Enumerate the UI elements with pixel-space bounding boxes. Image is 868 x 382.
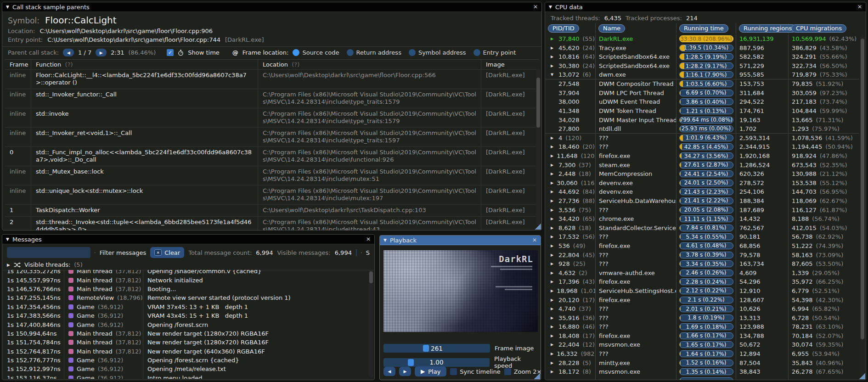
resize-grip[interactable] <box>533 372 540 379</box>
cpu-process-row[interactable]: ▶ 37,840 (55) DarkRL.exe 33:30.8 (208.96… <box>545 34 859 44</box>
callstack-frame-row[interactable]: inline std::_Invoker_ret<void,1>::_Call … <box>5 127 539 146</box>
cpu-process-row[interactable]: ▶ 2,448 (18) MemCompression 24.41 s (2.5… <box>545 169 859 179</box>
frame-location-radio[interactable]: Symbol address <box>409 49 466 56</box>
expand-icon[interactable]: ▶ <box>551 271 555 275</box>
cpu-process-row[interactable]: ▶ 18,172 (8) msvsmon.exe 1.35 s (0.14%) … <box>545 367 859 376</box>
message-row[interactable]: 1s 152,776,777ns Game (36,912) Opening /… <box>7 356 368 365</box>
cpu-process-row[interactable]: ▶ 11,648 (120) firefox.exe 34.27 s (3.56… <box>545 152 859 161</box>
expand-icon[interactable]: ▶ <box>551 280 555 284</box>
frame-location-radio[interactable]: Source code <box>293 49 339 56</box>
cpu-scrollbar-thumb[interactable] <box>861 39 864 339</box>
cpu-process-row[interactable]: ▶ 4,632 (2) vmware-authd.exe 2.46 s (0.2… <box>545 268 859 277</box>
slider-grab[interactable] <box>408 359 414 366</box>
frame-image-slider[interactable]: 261 <box>383 344 490 353</box>
message-row[interactable]: 1s 152,764,817ns Main thread (37,812) Ne… <box>7 347 368 356</box>
expand-icon[interactable]: ▶ <box>551 361 555 365</box>
collapse-icon[interactable]: ▼ <box>383 238 387 242</box>
column-frame[interactable]: Frame <box>5 60 31 69</box>
expand-icon[interactable]: ▶ <box>551 46 555 50</box>
callstack-frame-row[interactable]: inline std::unique_lock<std::mutex>::loc… <box>5 185 539 204</box>
message-row[interactable]: 1s 150,994,64ns Main thread (37,812) New… <box>7 329 368 338</box>
expand-icon[interactable]: ▶ <box>551 37 555 41</box>
cpu-process-row[interactable]: 41,348 DWM Token Thread 1.21 s (0.13%) 1… <box>545 107 859 116</box>
cpu-process-row[interactable]: ▶ 44,692 (84) devenv.exe 21.43 s (2.23%)… <box>545 187 859 197</box>
prev-frame-button[interactable]: ◀ <box>383 367 395 376</box>
cpu-scrollbar[interactable] <box>860 35 865 377</box>
column-header-pill[interactable]: Running time <box>679 24 728 33</box>
expand-icon[interactable]: ▶ <box>551 298 555 302</box>
expand-icon[interactable]: ▶ <box>551 136 555 140</box>
close-icon[interactable]: ✕ <box>533 4 538 10</box>
resize-grip[interactable] <box>858 372 865 379</box>
cpu-process-row[interactable]: 27,548 DWM Compositor Thread 1:03.5 (6.6… <box>545 79 859 89</box>
collapse-icon[interactable]: ▼ <box>6 5 9 9</box>
expand-icon[interactable]: ▶ <box>551 199 555 203</box>
message-filter-input[interactable] <box>7 247 90 258</box>
expand-icon[interactable]: ▶ <box>551 226 555 230</box>
callstack-scrollbar[interactable] <box>536 68 541 225</box>
next-callstack-button[interactable]: ▶ <box>96 49 107 56</box>
cpu-process-row[interactable]: ▶ 17,396 (43) firefox.exe 2.28 s (0.24%)… <box>545 277 859 286</box>
expand-icon[interactable]: ▶ <box>551 55 555 59</box>
expand-icon[interactable]: ▶ <box>551 307 555 311</box>
expand-icon[interactable]: ▶ <box>551 316 555 320</box>
cpu-process-row[interactable]: ▶ 16,332 (982) ??? 1.64 s (0.17%) 12,894… <box>545 349 859 359</box>
expand-icon[interactable]: ▶ <box>551 244 555 248</box>
cpu-process-row[interactable]: ▶ 30,380 (24) ScriptedSandbox64.exe 1:28… <box>545 62 859 71</box>
messages-scrollbar-thumb[interactable] <box>369 271 373 283</box>
callstack-scrollbar-thumb[interactable] <box>536 78 540 128</box>
cpu-process-row[interactable]: ▶ 536 (49) firefox.exe 4.61 s (0.48%) 68… <box>545 242 859 251</box>
playback-speed-slider[interactable]: 1.00 <box>383 358 490 367</box>
cpu-process-row[interactable]: ▶ 3,536 (75) ??? 20.05 s (2.08%) 187,689… <box>545 205 859 214</box>
column-header-pill[interactable]: Running regions <box>739 24 796 33</box>
cpu-process-row[interactable]: 27,800 ntdll.dll 25.93 ms (0.00%) 1,702 … <box>545 124 859 134</box>
cpu-process-row[interactable] <box>545 376 859 380</box>
cpu-process-row[interactable]: ▶ 34,420 (65) chrome.exe 11.11 s (1.15%)… <box>545 214 859 224</box>
resize-grip[interactable] <box>534 223 541 230</box>
message-row[interactable]: 1s 147,383,566ns Game (36,912) VRAM 43x4… <box>7 311 368 320</box>
message-row[interactable]: 1s 152,912,997ns Game (36,912) Opening /… <box>7 365 368 373</box>
message-row[interactable]: 1s 146,576,766ns Main thread (37,812) Bo… <box>7 285 368 293</box>
cpu-process-row[interactable]: ▶ 18,968 (1,018) ServiceHub.SettingsHost… <box>545 286 859 296</box>
cpu-process-row[interactable]: ▶ 27,736 (88) ServiceHub.DataWarehouse 2… <box>545 197 859 206</box>
column-header-pill[interactable]: CPU migrations <box>791 24 846 33</box>
expand-icon[interactable]: ▶ <box>551 352 553 356</box>
prev-callstack-button[interactable]: ◀ <box>63 49 74 56</box>
cpu-process-row[interactable]: ▶ 18,460 (20) ??? 42.85 s (4.45%) 2,344,… <box>545 142 859 152</box>
callstack-frame-row[interactable]: 0 std::_Func_impl_no_alloc<<lambda_5bc22… <box>5 146 539 166</box>
close-icon[interactable]: ✕ <box>857 4 862 10</box>
column-location[interactable]: Location (?) <box>258 60 481 69</box>
expand-icon[interactable]: ▶ <box>551 163 555 167</box>
callstack-frame-row[interactable]: inline std::_Mutex_base::lock C:\Program… <box>5 166 539 185</box>
expand-icon[interactable]: ▶ <box>551 145 555 149</box>
expand-icon[interactable]: ▶ <box>551 172 555 176</box>
cpu-process-row[interactable]: ▶ 17,532 (56) ??? 5.34 s (0.55%) 90,181 … <box>545 232 859 242</box>
expand-icon[interactable]: ▶ <box>551 262 555 266</box>
cpu-process-row[interactable]: ▼ 13,072 (6) dwm.exe 1:16.1 (7.90%) 955,… <box>545 70 859 79</box>
expand-icon[interactable]: ▶ <box>551 289 553 293</box>
expand-icon[interactable]: ▶ <box>551 190 555 194</box>
sync-timeline-checkbox[interactable] <box>450 368 457 375</box>
cpu-process-row[interactable]: ▶ 35,916 (36) ??? 1.8 s (0.19%) 13,313 6… <box>545 313 859 322</box>
cpu-process-row[interactable]: ▶ 16,880 (46) ??? 1.69 s (0.18%) 123,988… <box>545 322 859 331</box>
close-icon[interactable]: ✕ <box>366 236 371 242</box>
column-header-pill[interactable]: Name <box>598 24 625 33</box>
messages-scrollbar[interactable] <box>369 270 373 378</box>
expand-icon[interactable]: ▶ <box>551 325 555 329</box>
cpu-process-row[interactable]: ▶ 928 (25) ??? 3.34 s (0.35%) 163,734 87… <box>545 259 859 269</box>
cpu-process-row[interactable]: ▶ 18,408 (17) firefox.exe 1.66 s (0.17%)… <box>545 331 859 341</box>
cpu-process-row[interactable]: ▶ 30,060 (116) devenv.exe 24.01 s (2.50%… <box>545 179 859 188</box>
next-frame-button[interactable]: ▶ <box>399 367 411 376</box>
frame-location-radio[interactable]: Entry point <box>473 49 516 56</box>
expand-icon[interactable]: ▶ <box>551 217 555 221</box>
column-function[interactable]: Function (?) <box>31 60 258 69</box>
message-row[interactable]: 1s 120,335,272ns Main thread (37,812) Op… <box>7 270 368 275</box>
expand-icon[interactable]: ▶ <box>551 154 553 158</box>
message-row[interactable]: 1s 147,255,145ns RemoteView (18,796) Rem… <box>7 293 368 302</box>
cpu-process-row[interactable]: ▶ 8,628 (18) StandardCollector.Service.e… <box>545 223 859 232</box>
cpu-process-row[interactable]: ▶ 22,404 (12) msvsmon.exe 1.65 s (0.17%)… <box>545 340 859 349</box>
cpu-process-row[interactable]: ▶ 7,300 (37) steam.exe 27.61 s (2.87%) 1… <box>545 160 859 169</box>
cpu-process-row[interactable]: 34,028 DWM Master Input Thread 799.64 ms… <box>545 115 859 124</box>
slider-grab[interactable] <box>423 345 429 352</box>
cpu-process-row[interactable]: ▶ 28,228 (5) mintty.exe 1.52 s (0.16%) 8… <box>545 358 859 367</box>
